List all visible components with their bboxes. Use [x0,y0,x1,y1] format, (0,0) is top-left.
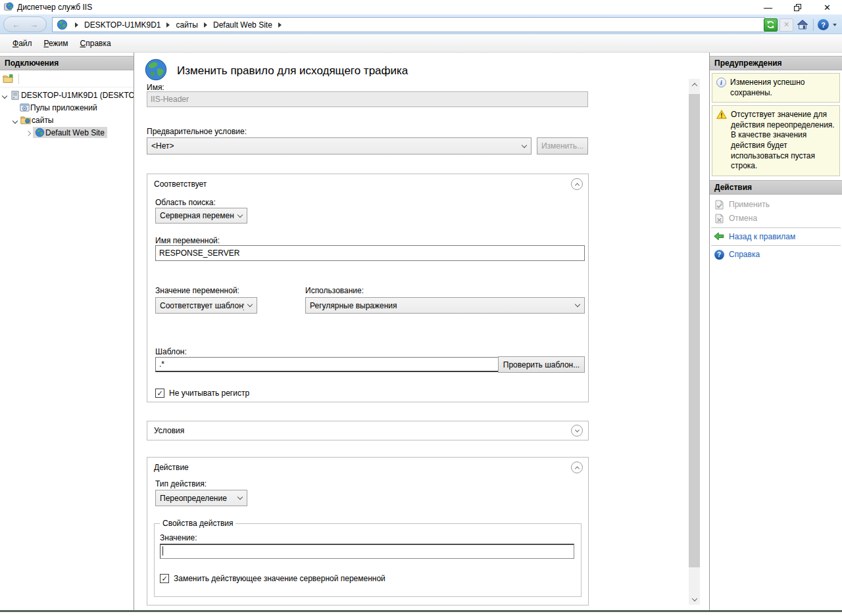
title-bar: Диспетчер служб IIS — ✕ [0,0,842,14]
action-type-select[interactable]: Переопределение [155,490,247,506]
replace-value-label: Заменить действующее значение серверной … [174,574,385,583]
edit-precondition-button[interactable]: Изменить... [537,137,588,154]
precondition-label: Предварительное условие: [147,127,247,136]
refresh-icon[interactable] [764,18,778,32]
chevron-expanded-icon[interactable] [13,116,20,125]
test-pattern-button[interactable]: Проверить шаблон... [498,356,585,373]
scrollbar-thumb[interactable] [689,94,700,567]
scroll-up-icon[interactable] [689,79,700,90]
menu-file[interactable]: Файл [7,36,38,51]
action-value-input[interactable] [160,544,574,559]
sites-folder-icon [20,116,32,124]
close-button[interactable]: ✕ [812,0,842,14]
save-connections-icon[interactable] [3,74,14,83]
apply-action: Применить [710,198,842,212]
minimize-button[interactable]: — [753,0,783,14]
globe-icon [57,19,68,30]
using-select[interactable]: Регулярные выражения [305,297,585,314]
breadcrumb-item-server[interactable]: DESKTOP-U1MK9D1 [84,20,161,30]
home-icon[interactable] [795,18,809,32]
chevron-down-icon [247,302,253,307]
chevron-down-icon [237,494,243,500]
navigation-cloud: ← → [3,16,47,32]
restore-button[interactable] [783,0,812,14]
using-label: Использование: [305,286,364,295]
server-icon [9,91,21,100]
help-action[interactable]: ? Справка [710,248,842,262]
tree-item-server[interactable]: DESKTOP-U1MK9D1 (DESKTOP [0,89,134,101]
window-bottom-border [0,610,842,612]
page-title: Изменить правило для исходящего трафика [177,64,408,78]
cancel-icon [714,214,724,224]
alerts-title: Предупреждения [714,59,782,68]
breadcrumb-item-default-web-site[interactable]: Default Web Site [213,20,272,30]
variable-value-label: Значение переменной: [155,286,239,295]
pattern-label: Шаблон: [155,347,187,356]
breadcrumb-separator-icon [278,22,282,28]
tree-selection[interactable]: Default Web Site [33,127,107,138]
tree-item-sites[interactable]: сайты [0,114,134,126]
variable-value-select[interactable]: Соответствует шаблону [155,297,257,314]
search-scope-select[interactable]: Серверная переменн [155,208,247,224]
help-label[interactable]: Справка [729,250,760,259]
scroll-down-icon[interactable] [689,594,700,605]
precondition-select[interactable]: <Нет> [147,137,532,154]
collapse-section-icon[interactable] [571,178,583,190]
menu-help[interactable]: Справка [74,36,117,51]
ignore-case-checkrow[interactable]: ✓ Не учитывать регистр [155,389,249,398]
back-to-rules-action[interactable]: Назад к правилам [710,230,842,243]
iis-app-icon [4,2,14,13]
tree-item-label: DESKTOP-U1MK9D1 (DESKTOP [21,91,134,100]
breadcrumb-item-sites[interactable]: сайты [176,20,198,30]
action-type-label: Тип действия: [155,479,207,488]
connections-panel: Подключения DESKTOP-U1MK9D1 (DESKTOP Пул… [0,53,134,610]
ignore-case-label: Не учитывать регистр [169,389,249,398]
action-properties-group: Свойства действия Значение: ✓ Заменить д… [154,523,582,597]
info-alert-text: Изменения успешно сохранены. [730,78,836,98]
help-icon[interactable]: ? [818,19,829,30]
expand-section-icon[interactable] [571,425,583,437]
match-section-title: Соответствует [154,179,571,189]
chevron-down-icon [237,212,243,217]
tree-item-default-web-site[interactable]: Default Web Site [0,126,134,139]
collapse-section-icon[interactable] [571,462,583,473]
chevron-expanded-icon[interactable] [3,91,9,100]
action-value-label: Значение: [160,533,197,542]
name-label: Имя: [147,83,164,92]
menu-view[interactable]: Режим [38,36,74,51]
back-nav-icon[interactable]: ← [12,20,20,29]
breadcrumb[interactable]: DESKTOP-U1MK9D1 сайты Default Web Site [52,17,765,32]
warning-alert: Отсутствует значение для действия переоп… [712,105,840,176]
variable-name-label: Имя переменной: [155,236,220,245]
replace-value-checkrow[interactable]: ✓ Заменить действующее значение серверно… [160,574,385,583]
action-properties-title: Свойства действия [160,519,235,528]
chevron-collapsed-icon[interactable] [26,128,33,137]
stop-icon: ✕ [780,18,793,32]
alerts-header: Предупреждения [710,56,842,70]
checkbox-checked-icon[interactable]: ✓ [160,574,169,583]
globe-icon [34,128,45,137]
pattern-input[interactable] [155,357,499,372]
connections-tree: DESKTOP-U1MK9D1 (DESKTOP Пулы приложений… [0,87,134,139]
warning-icon [716,110,727,172]
checkbox-checked-icon[interactable]: ✓ [155,389,164,398]
match-section: Соответствует Область поиска: Серверная … [147,174,589,402]
cancel-action: Отмена [710,212,842,225]
toolbar-divider [813,19,814,31]
conditions-section: Условия [147,421,589,440]
breadcrumb-separator-icon [204,22,207,28]
forward-nav-icon[interactable]: → [30,20,38,29]
help-icon: ? [714,250,724,260]
help-dropdown-caret-icon[interactable] [833,24,837,26]
info-icon: i [716,78,726,87]
right-panel: Предупреждения i Изменения успешно сохра… [709,53,842,610]
tree-item-app-pools[interactable]: Пулы приложений [0,101,134,114]
variable-name-input[interactable] [155,245,585,261]
actions-divider [711,227,841,228]
vertical-scrollbar[interactable] [689,79,700,605]
text-caret [162,546,163,556]
name-input [147,91,588,107]
tree-item-label: Пулы приложений [30,103,97,112]
action-type-value: Переопределение [160,494,234,503]
back-to-rules-label[interactable]: Назад к правилам [729,232,795,241]
